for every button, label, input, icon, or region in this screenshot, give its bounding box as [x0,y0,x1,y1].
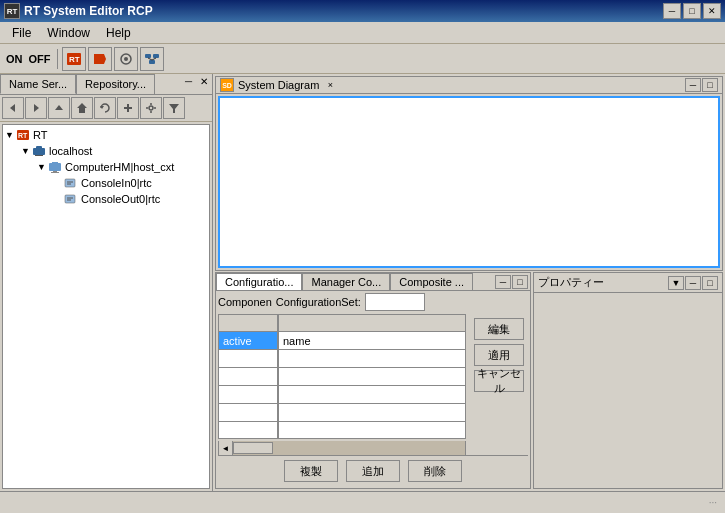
config-col-header-active [218,314,278,332]
tree-icon-rt: RT [15,128,31,142]
left-panel-close-btn[interactable]: ✕ [196,74,212,94]
toolbar-add-btn[interactable] [117,97,139,119]
app-icon: RT [4,3,20,19]
tree-label-localhost: localhost [49,145,92,157]
svg-point-5 [124,57,128,61]
svg-rect-30 [52,162,58,164]
delete-button[interactable]: 削除 [408,460,462,482]
toolbar-stop-button[interactable] [88,47,112,71]
svg-marker-23 [169,104,179,113]
config-cell-empty-4 [218,404,278,422]
svg-rect-7 [153,54,159,58]
diagram-minimize-btn[interactable]: ─ [685,78,701,92]
config-content: Componen ConfigurationSet: [216,291,530,488]
tree-view[interactable]: ▼ RT RT ▼ [2,124,210,489]
toolbar-filter-btn[interactable] [163,97,185,119]
toolbar-sep-1 [57,49,58,69]
config-tab-composite[interactable]: Composite ... [390,273,473,290]
tree-item-computerhm[interactable]: ▼ ComputerHM|host_cxt [5,159,207,175]
config-set-input[interactable] [365,293,425,311]
apply-button[interactable]: 適用 [474,344,524,366]
toolbar-rt-button[interactable]: RT [62,47,86,71]
toolbar-refresh-btn[interactable] [94,97,116,119]
config-tab-manager[interactable]: Manager Co... [302,273,390,290]
svg-rect-29 [49,163,61,171]
config-cell-empty-3 [218,386,278,404]
svg-rect-26 [33,148,45,155]
cancel-button[interactable]: キャンセル [474,370,524,392]
tree-label-computerhm: ComputerHM|host_cxt [65,161,174,173]
left-panel-tabs: Name Ser... Repository... ─ ✕ [0,74,212,95]
svg-rect-32 [51,172,59,173]
minimize-button[interactable]: ─ [663,3,681,19]
menu-bar: File Window Help [0,22,725,44]
properties-restore-btn[interactable]: ─ [685,276,701,290]
toolbar-network-button[interactable] [140,47,164,71]
left-panel-minimize-btn[interactable]: ─ [181,74,196,94]
tree-arrow-computerhm[interactable]: ▼ [37,162,47,172]
tree-icon-consoleout [63,192,79,206]
menu-window[interactable]: Window [39,24,98,42]
svg-marker-11 [10,104,15,112]
config-panel: Configuratio... Manager Co... Composite … [215,272,531,489]
close-button[interactable]: ✕ [703,3,721,19]
main-area: Name Ser... Repository... ─ ✕ [0,74,725,491]
svg-rect-36 [65,195,75,203]
menu-help[interactable]: Help [98,24,139,42]
config-scrollbar-left[interactable]: ◄ [219,441,233,455]
properties-close-btn[interactable]: □ [702,276,718,290]
diagram-icon: SD [220,78,234,92]
tree-item-localhost[interactable]: ▼ localhost [5,143,207,159]
menu-file[interactable]: File [4,24,39,42]
maximize-button[interactable]: □ [683,3,701,19]
svg-text:RT: RT [18,132,28,139]
properties-title-bar: プロパティー ▼ ─ □ [534,273,722,293]
config-scrollbar[interactable]: ◄ [218,441,466,455]
tree-item-rt-root[interactable]: ▼ RT RT [5,127,207,143]
right-area: SD System Diagram × ─ □ Configuratio [213,74,725,491]
config-cell-name-empty-3 [278,386,466,404]
svg-marker-12 [34,104,39,112]
diagram-close-btn[interactable]: × [323,78,337,92]
config-panel-minimize-btn[interactable]: ─ [495,275,511,289]
tree-arrow-localhost[interactable]: ▼ [21,146,31,156]
svg-rect-17 [127,104,129,112]
svg-rect-31 [53,171,57,172]
config-cell-active[interactable]: active [218,332,278,350]
tree-item-consolein[interactable]: ConsoleIn0|rtc [5,175,207,191]
config-scrollbar-thumb[interactable] [233,442,273,454]
off-label: OFF [27,53,53,65]
toolbar-home-btn[interactable] [71,97,93,119]
toolbar-up-btn[interactable] [48,97,70,119]
on-label: ON [4,53,25,65]
toolbar-forward-btn[interactable] [25,97,47,119]
app-status-bar: ··· [0,491,725,513]
config-tab-configuration[interactable]: Configuratio... [216,273,302,290]
properties-minimize-btn[interactable]: ▼ [668,276,684,290]
config-panel-maximize-btn[interactable]: □ [512,275,528,289]
toolbar-back-btn[interactable] [2,97,24,119]
config-header-row: Componen ConfigurationSet: [218,293,528,311]
svg-marker-3 [104,54,106,64]
tab-name-service[interactable]: Name Ser... [0,74,76,94]
tab-repository[interactable]: Repository... [76,74,155,94]
svg-rect-6 [145,54,151,58]
diagram-canvas[interactable] [218,96,720,268]
config-cell-name[interactable]: name [278,332,466,350]
config-left-col: active [218,314,278,439]
config-scrollbar-track[interactable] [233,441,465,455]
toolbar-settings-btn[interactable] [140,97,162,119]
svg-rect-27 [36,146,42,149]
tree-icon-localhost [31,144,47,158]
config-cell-empty-1 [218,350,278,368]
tree-item-consoleout[interactable]: ConsoleOut0|rtc [5,191,207,207]
svg-rect-2 [94,54,104,64]
edit-button[interactable]: 編集 [474,318,524,340]
config-cell-empty-2 [218,368,278,386]
tree-arrow-rt[interactable]: ▼ [5,130,15,140]
properties-title-text: プロパティー [538,275,604,290]
add-button[interactable]: 追加 [346,460,400,482]
toolbar-config-button[interactable] [114,47,138,71]
diagram-maximize-btn[interactable]: □ [702,78,718,92]
copy-button[interactable]: 複製 [284,460,338,482]
